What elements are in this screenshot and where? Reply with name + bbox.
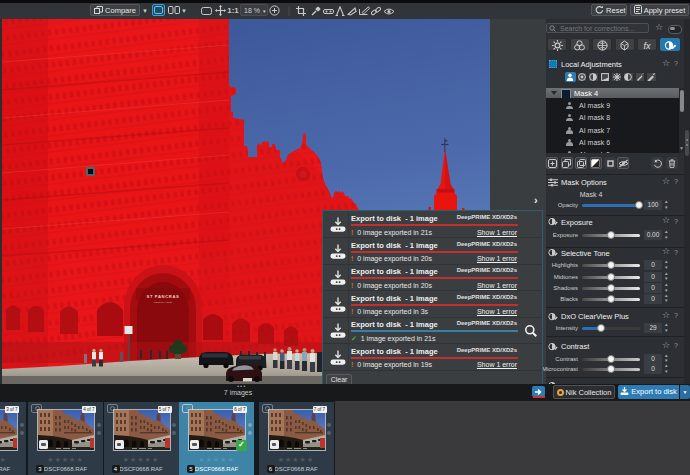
svg-text:ST PANCRAS: ST PANCRAS	[147, 294, 180, 299]
svg-text:LONDON HOTEL: LONDON HOTEL	[154, 301, 174, 304]
